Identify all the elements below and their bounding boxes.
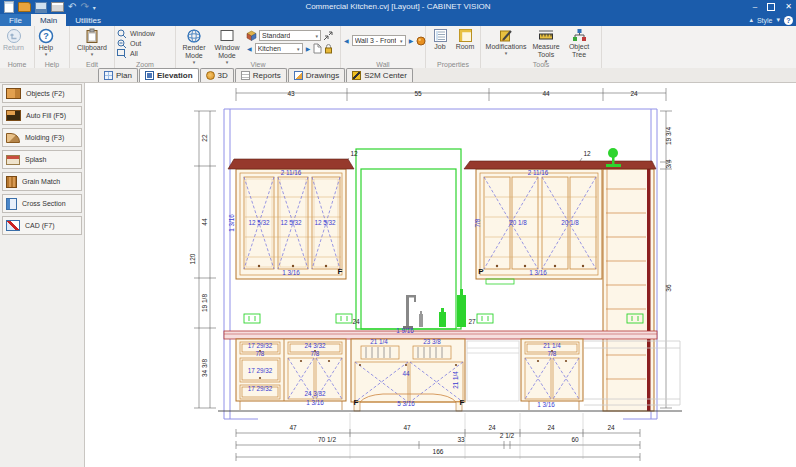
elevation-drawing[interactable]: 43554424120224419 1/834 3/819 3/43/43612… <box>98 83 796 467</box>
window-mode-icon <box>219 28 235 44</box>
clipboard-caret-icon: ▾ <box>91 52 94 56</box>
new-page-icon[interactable] <box>313 43 322 54</box>
minimize-button[interactable]: – <box>753 2 757 11</box>
tab-file[interactable]: File <box>0 14 31 26</box>
dim-label: 2 11/16 <box>281 169 302 176</box>
wall-sphere-icon[interactable] <box>416 36 426 46</box>
dim-label: 24 <box>547 424 555 431</box>
doc-tab-s2m-center[interactable]: S2M Center <box>346 68 413 82</box>
room-button[interactable]: Room <box>452 27 478 52</box>
doc-tab-reports[interactable]: Reports <box>235 68 287 82</box>
measure-tools-button[interactable]: Measure Tools ▾ <box>529 27 563 64</box>
s2m-tab-icon <box>352 71 361 80</box>
dim-label: 24 <box>488 424 496 431</box>
lock-icon[interactable] <box>324 43 333 54</box>
sidebar-item-cross[interactable]: Cross Section <box>2 194 82 213</box>
sidebar-item-autofill[interactable]: Auto Fill (F5) <box>2 106 82 125</box>
style-menu[interactable]: Style <box>757 17 773 24</box>
sidebar-item-objects[interactable]: Objects (F2) <box>2 84 82 103</box>
dim-label: 2 11/16 <box>528 169 549 176</box>
clipboard-button[interactable]: Clipboard ▾ <box>76 27 108 57</box>
object-tree-label: Object Tree <box>564 43 594 59</box>
wall-combo[interactable]: Wall 3 - Front ▾ <box>352 35 406 46</box>
render-mode-icon <box>186 28 202 44</box>
tab-utilities[interactable]: Utilities <box>66 14 110 26</box>
wall-prev-icon[interactable]: ◀ <box>343 37 350 44</box>
upper-cabinet-right <box>476 169 602 284</box>
sidebar-item-label: CAD (F7) <box>25 222 55 229</box>
return-button[interactable]: Return <box>2 27 25 53</box>
zoom-window-icon <box>117 29 127 39</box>
help-icon[interactable]: ? <box>784 16 793 25</box>
doc-tab-label: S2M Center <box>364 71 407 80</box>
sidebar-item-molding[interactable]: Molding (F3) <box>2 128 82 147</box>
room-icon <box>458 28 473 43</box>
tab-main[interactable]: Main <box>31 14 66 26</box>
render-mode-button[interactable]: Render Mode ▾ <box>178 27 210 65</box>
dim-label: 12 5/32 <box>280 219 302 226</box>
zoom-window-button[interactable]: Window <box>117 29 155 38</box>
zoom-out-label: Out <box>130 40 141 47</box>
sidebar-item-label: Cross Section <box>22 200 66 207</box>
dim-label: 47 <box>403 424 411 431</box>
sidebar-item-cad[interactable]: CAD (F7) <box>2 216 82 235</box>
dim-label: 166 <box>433 448 444 455</box>
job-button[interactable]: Job <box>428 27 452 52</box>
dim-label: 120 <box>189 253 196 264</box>
extension-lines <box>350 413 583 459</box>
render-mode-label: Render Mode <box>179 44 209 60</box>
dim-label: 44 <box>402 370 410 377</box>
ribbon-group-edit: Clipboard ▾ Edit <box>70 26 115 68</box>
wall-next-icon[interactable]: ▶ <box>408 37 415 44</box>
plant-decoration <box>606 148 621 167</box>
dim-label: 19 3/4 <box>665 127 672 145</box>
zoom-all-button[interactable]: All <box>117 49 155 58</box>
help-button[interactable]: ? Help ▾ <box>37 27 55 57</box>
sidebar: Objects (F2)Auto Fill (F5)Molding (F3)Sp… <box>0 83 85 467</box>
object-tree-icon <box>572 28 587 43</box>
sidebar-item-splash[interactable]: Splash <box>2 150 82 169</box>
sidebar-item-grain[interactable]: Grain Match <box>2 172 82 191</box>
group-label-wall: Wall <box>341 61 425 68</box>
ribbon-group-wall: ◀ Wall 3 - Front ▾ ▶ Wall <box>341 26 426 68</box>
green-bottles <box>439 289 466 327</box>
zoom-out-button[interactable]: Out <box>117 39 155 48</box>
dim-label: 1 3/16 <box>306 399 324 406</box>
dim-label: 7/8 <box>548 350 557 357</box>
window-mode-button[interactable]: Window Mode ▾ <box>210 27 244 65</box>
cross-icon <box>6 198 17 210</box>
render-style-combo[interactable]: Standard ▾ <box>259 30 321 41</box>
ribbon-group-zoom: Window Out All Zoom <box>115 26 176 68</box>
doc-tab-3d[interactable]: 3D <box>200 68 234 82</box>
ribbon-group-tools: Modifications ▾ Measure Tools ▾ <box>481 26 602 68</box>
collapse-ribbon-icon[interactable]: ▴ <box>749 16 753 24</box>
style-caret-icon[interactable]: ▾ <box>776 16 780 24</box>
doc-tab-plan[interactable]: Plan <box>98 68 138 82</box>
doc-tab-elevation[interactable]: Elevation <box>139 68 199 82</box>
elevation-tab-icon <box>145 71 154 80</box>
room-next-icon[interactable]: ▶ <box>305 45 312 52</box>
group-label-view: View <box>176 61 340 68</box>
dim-label: 12 5/32 <box>314 219 336 226</box>
room-combo[interactable]: Kitchen ▾ <box>255 43 303 54</box>
maximize-button[interactable] <box>767 3 775 11</box>
measure-tools-label: Measure Tools <box>530 43 562 59</box>
drawing-canvas[interactable]: 43554424120224419 1/834 3/819 3/43/43612… <box>98 83 796 467</box>
object-tree-button[interactable]: Object Tree <box>563 27 595 60</box>
modifications-button[interactable]: Modifications ▾ <box>483 27 529 56</box>
doc-tab-drawings[interactable]: Drawings <box>288 68 345 82</box>
dishwasher-ghost <box>467 341 519 401</box>
dim-label: 19 1/8 <box>201 294 208 312</box>
wall-combo-value: Wall 3 - Front <box>355 37 397 44</box>
room-combo-value: Kitchen <box>258 45 281 52</box>
render-style-icon <box>246 30 257 41</box>
dim-label: 7/8 <box>256 350 265 357</box>
dim-label: F <box>354 398 359 407</box>
expand-view-icon[interactable] <box>323 31 333 41</box>
group-label-tools: Tools <box>481 61 601 68</box>
close-button[interactable]: ✕ <box>785 2 792 11</box>
room-prev-icon[interactable]: ◀ <box>246 45 253 52</box>
reports-tab-icon <box>241 71 250 80</box>
group-label-help: Help <box>35 61 69 68</box>
dim-label: 21 1/4 <box>543 342 561 349</box>
